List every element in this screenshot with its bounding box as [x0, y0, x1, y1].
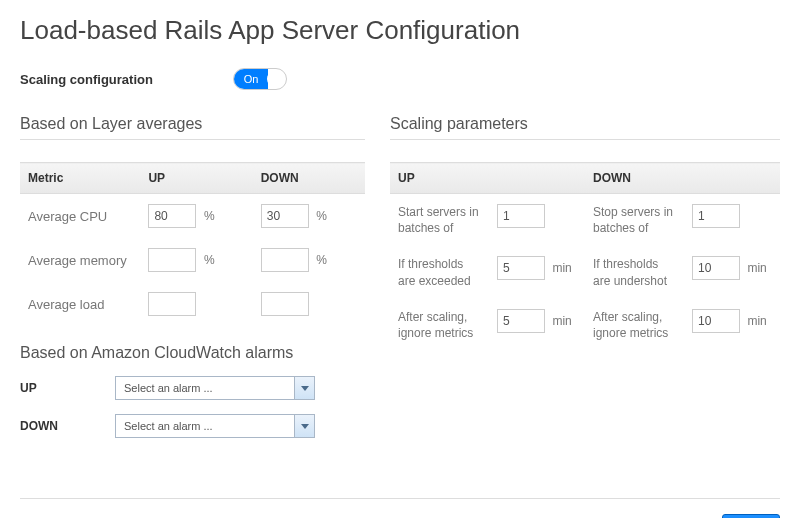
avg-load-up-input[interactable]	[148, 292, 196, 316]
col-down: DOWN	[253, 163, 365, 194]
table-row: Average memory % %	[20, 238, 365, 282]
thresholds-exceeded-input[interactable]	[497, 256, 545, 280]
scaling-config-toggle[interactable]: On	[233, 68, 287, 90]
unit-label: %	[316, 253, 327, 267]
metric-label: Average memory	[20, 238, 140, 282]
avg-load-down-input[interactable]	[261, 292, 309, 316]
cloudwatch-heading: Based on Amazon CloudWatch alarms	[20, 344, 365, 362]
col-metric: Metric	[20, 163, 140, 194]
param-label: If thresholds are undershot	[585, 246, 684, 298]
chevron-down-icon	[294, 377, 314, 399]
cloudwatch-down-label: DOWN	[20, 419, 115, 433]
param-label: If thresholds are exceeded	[390, 246, 489, 298]
avg-cpu-down-input[interactable]	[261, 204, 309, 228]
table-row: After scaling, ignore metrics min After …	[390, 299, 780, 351]
table-row: Average load	[20, 282, 365, 326]
col-up: UP	[140, 163, 252, 194]
page-title: Load-based Rails App Server Configuratio…	[20, 15, 780, 46]
scaling-params-heading: Scaling parameters	[390, 115, 780, 140]
stop-servers-batch-input[interactable]	[692, 204, 740, 228]
cloudwatch-up-select[interactable]: Select an alarm ...	[115, 376, 315, 400]
start-servers-batch-input[interactable]	[497, 204, 545, 228]
unit-label: %	[204, 209, 215, 223]
param-label: After scaling, ignore metrics	[585, 299, 684, 351]
select-value: Select an alarm ...	[116, 420, 294, 432]
toggle-on-text: On	[234, 69, 268, 89]
save-button[interactable]: Save	[722, 514, 780, 518]
toggle-knob	[267, 70, 285, 88]
scaling-config-label: Scaling configuration	[20, 72, 233, 87]
cloudwatch-up-label: UP	[20, 381, 115, 395]
param-label: Stop servers in batches of	[585, 194, 684, 247]
avg-cpu-up-input[interactable]	[148, 204, 196, 228]
table-row: Start servers in batches of Stop servers…	[390, 194, 780, 247]
avg-memory-up-input[interactable]	[148, 248, 196, 272]
ignore-metrics-up-input[interactable]	[497, 309, 545, 333]
metric-label: Average CPU	[20, 194, 140, 239]
layer-metrics-table: Metric UP DOWN Average CPU % %	[20, 162, 365, 326]
col-up: UP	[390, 163, 585, 194]
col-down: DOWN	[585, 163, 780, 194]
chevron-down-icon	[294, 415, 314, 437]
cloudwatch-down-select[interactable]: Select an alarm ...	[115, 414, 315, 438]
unit-label: %	[204, 253, 215, 267]
ignore-metrics-down-input[interactable]	[692, 309, 740, 333]
param-label: After scaling, ignore metrics	[390, 299, 489, 351]
unit-label: %	[316, 209, 327, 223]
table-row: If thresholds are exceeded min If thresh…	[390, 246, 780, 298]
unit-label: min	[747, 314, 766, 328]
avg-memory-down-input[interactable]	[261, 248, 309, 272]
unit-label: min	[747, 261, 766, 275]
scaling-params-table: UP DOWN Start servers in batches of Stop…	[390, 162, 780, 351]
metric-label: Average load	[20, 282, 140, 326]
param-label: Start servers in batches of	[390, 194, 489, 247]
layer-averages-heading: Based on Layer averages	[20, 115, 365, 140]
unit-label: min	[552, 314, 571, 328]
unit-label: min	[552, 261, 571, 275]
thresholds-undershot-input[interactable]	[692, 256, 740, 280]
select-value: Select an alarm ...	[116, 382, 294, 394]
table-row: Average CPU % %	[20, 194, 365, 239]
